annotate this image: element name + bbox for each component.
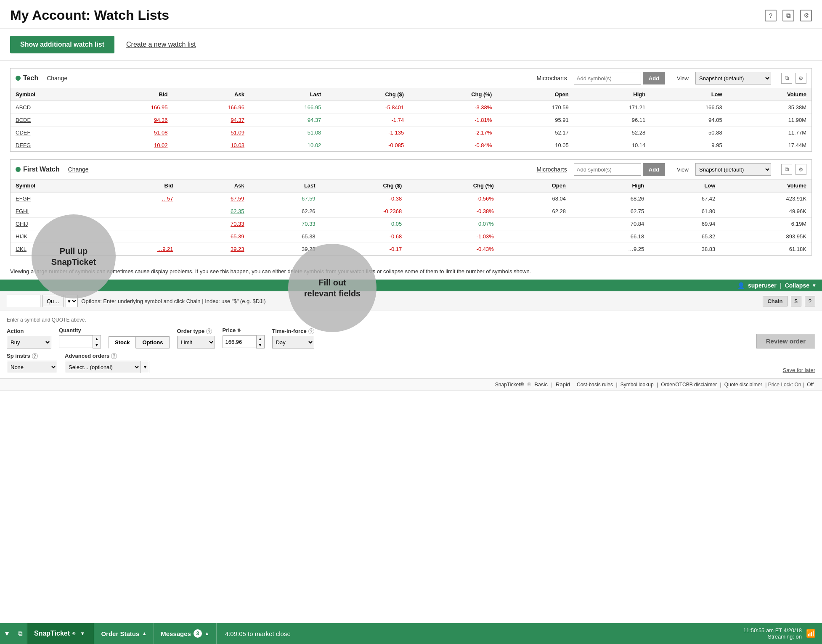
symbol-link[interactable]: FGHI — [16, 208, 29, 214]
quantity-input[interactable] — [59, 335, 93, 348]
col-bid[interactable]: Bid — [100, 179, 178, 192]
bid-value[interactable]: …9.21 — [157, 246, 173, 252]
symbol-link[interactable]: ABCD — [16, 104, 31, 111]
adv-orders-help-icon[interactable]: ? — [111, 353, 117, 359]
create-watchlist-button[interactable]: Create a new watch list — [126, 41, 196, 48]
bid-value[interactable]: 166.95 — [151, 104, 168, 111]
col-high[interactable]: High — [571, 179, 649, 192]
expand-watchlist-icon-firstwatch[interactable]: ⧉ — [781, 164, 792, 175]
sp-instrs-help-icon[interactable]: ? — [32, 353, 38, 359]
col-low[interactable]: Low — [649, 179, 720, 192]
view-select-tech[interactable]: Snapshot (default) — [695, 72, 771, 84]
rapid-mode-link[interactable]: Rapid — [556, 381, 570, 388]
col-chg-pct[interactable]: Chg (%) — [407, 179, 499, 192]
col-ask[interactable]: Ask — [172, 88, 249, 101]
dollar-button[interactable]: $ — [791, 296, 801, 306]
action-select[interactable]: Buy Sell Sell Short Buy to Cover — [7, 336, 51, 348]
expand-icon[interactable]: ⧉ — [782, 10, 794, 21]
symbol-link[interactable]: CDEF — [16, 129, 30, 136]
tif-help-icon[interactable]: ? — [308, 328, 314, 334]
cost-basis-link[interactable]: Cost-basis rules — [577, 382, 613, 388]
ask-value[interactable]: 51.09 — [231, 129, 244, 136]
settings-icon[interactable]: ⚙ — [800, 10, 812, 21]
symbol-link[interactable]: GHIJ — [16, 221, 28, 227]
order-disclaimer-link[interactable]: Order/OTCBB disclaimer — [661, 382, 717, 388]
col-last[interactable]: Last — [249, 179, 321, 192]
symbol-link[interactable]: EFGH — [16, 195, 31, 202]
col-ask[interactable]: Ask — [178, 179, 249, 192]
quantity-up-arrow[interactable]: ▲ — [93, 335, 101, 342]
symbol-lookup-link[interactable]: Symbol lookup — [620, 382, 654, 388]
view-select-firstwatch[interactable]: Snapshot (default) — [695, 163, 771, 176]
col-low[interactable]: Low — [650, 88, 727, 101]
ask-value[interactable]: 166.96 — [228, 104, 244, 111]
review-order-button[interactable]: Review order — [756, 334, 815, 348]
ask-value[interactable]: 67.59 — [231, 195, 244, 202]
col-symbol[interactable]: Symbol — [11, 179, 100, 192]
price-down-arrow[interactable]: ▼ — [257, 342, 264, 348]
settings-watchlist-icon-tech[interactable]: ⚙ — [795, 73, 806, 84]
price-lock-off-link[interactable]: Off — [807, 382, 814, 388]
adv-orders-dropdown-button[interactable]: ▾ — [141, 361, 149, 373]
quote-dropdown[interactable]: ▾ — [66, 295, 78, 307]
watchlist-tech-change[interactable]: Change — [47, 75, 67, 82]
bb-snapticket-dropdown[interactable]: ▾ — [78, 631, 87, 636]
col-volume[interactable]: Volume — [720, 179, 811, 192]
help-snapticket-button[interactable]: ? — [805, 296, 815, 306]
bid-value[interactable]: …57 — [162, 195, 173, 202]
microcharts-link-tech[interactable]: Microcharts — [536, 75, 567, 82]
ask-value[interactable]: 62.35 — [231, 208, 244, 214]
chain-button[interactable]: Chain — [763, 296, 787, 306]
basic-mode-link[interactable]: Basic — [534, 381, 548, 388]
watchlist-firstwatch-change[interactable]: Change — [68, 166, 89, 173]
bid-value[interactable]: 94.36 — [154, 117, 168, 123]
add-symbol-input-firstwatch[interactable] — [574, 163, 641, 176]
quote-disclaimer-link[interactable]: Quote disclaimer — [724, 382, 762, 388]
symbol-link[interactable]: HIJK — [16, 233, 27, 240]
ask-value[interactable]: 94.37 — [231, 117, 244, 123]
ask-value[interactable]: 65.39 — [231, 233, 244, 240]
bid-value[interactable]: 51.08 — [154, 129, 168, 136]
quote-button[interactable]: Qu… — [42, 295, 64, 307]
symbol-link[interactable]: BCDE — [16, 117, 31, 123]
col-high[interactable]: High — [574, 88, 650, 101]
tif-select[interactable]: Day GTC GTD MOC — [272, 336, 314, 348]
col-bid[interactable]: Bid — [96, 88, 172, 101]
order-type-help-icon[interactable]: ? — [206, 328, 212, 334]
settings-watchlist-icon-firstwatch[interactable]: ⚙ — [795, 164, 806, 175]
bb-order-status[interactable]: Order Status ▲ — [94, 623, 154, 644]
col-last[interactable]: Last — [249, 88, 326, 101]
quote-input[interactable] — [7, 295, 40, 307]
symbol-link[interactable]: IJKL — [16, 246, 27, 252]
save-for-later-link[interactable]: Save for later — [783, 367, 815, 373]
bb-messages[interactable]: Messages 3 ▲ — [154, 623, 217, 644]
price-up-arrow[interactable]: ▲ — [257, 335, 264, 342]
show-additional-watchlist-button[interactable]: Show additional watch list — [10, 36, 114, 53]
add-symbol-button-firstwatch[interactable]: Add — [643, 163, 665, 176]
col-chg-dollar[interactable]: Chg ($) — [321, 179, 407, 192]
bb-expand-icon[interactable]: ⧉ — [14, 623, 27, 644]
sp-instrs-select[interactable]: None — [7, 361, 57, 373]
help-icon[interactable]: ? — [765, 10, 777, 21]
add-symbol-input-tech[interactable] — [574, 72, 641, 84]
col-volume[interactable]: Volume — [727, 88, 811, 101]
collapse-button[interactable]: Collapse — [785, 282, 809, 289]
adv-orders-select[interactable]: Select... (optional) — [65, 361, 141, 373]
col-open[interactable]: Open — [497, 88, 573, 101]
order-type-select[interactable]: Limit Market Stop Stop Limit — [177, 336, 215, 348]
bb-snapticket-button[interactable]: SnapTicket® ▾ — [27, 623, 94, 644]
bb-chevron-down[interactable]: ▾ — [0, 623, 14, 644]
col-symbol[interactable]: Symbol — [11, 88, 96, 101]
expand-watchlist-icon-tech[interactable]: ⧉ — [781, 73, 792, 84]
ask-value[interactable]: 39.23 — [231, 246, 244, 252]
ask-value[interactable]: 70.33 — [231, 221, 244, 227]
col-chg-dollar[interactable]: Chg ($) — [326, 88, 409, 101]
price-input[interactable] — [223, 335, 256, 348]
col-chg-pct[interactable]: Chg (%) — [409, 88, 497, 101]
col-open[interactable]: Open — [499, 179, 571, 192]
microcharts-link-firstwatch[interactable]: Microcharts — [536, 166, 567, 173]
quantity-down-arrow[interactable]: ▼ — [93, 342, 101, 348]
options-tab[interactable]: Options — [136, 336, 169, 348]
symbol-link[interactable]: DEFG — [16, 142, 31, 148]
stock-tab[interactable]: Stock — [109, 336, 136, 348]
